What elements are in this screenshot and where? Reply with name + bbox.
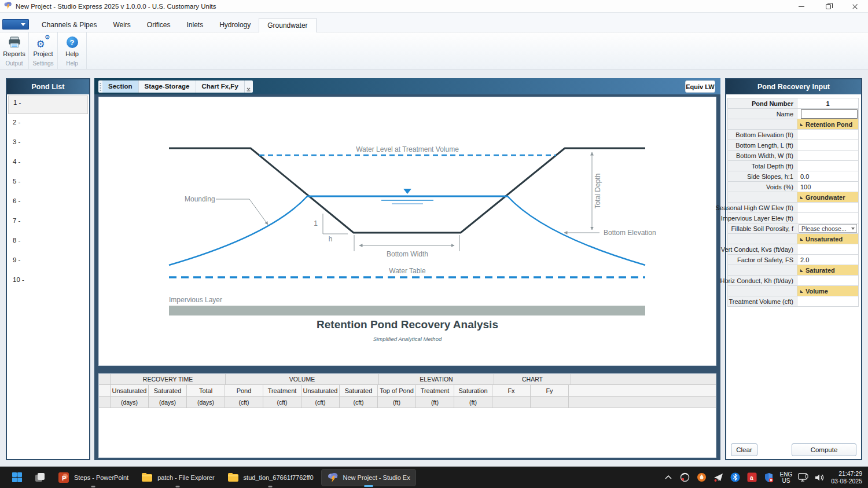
taskbar-app-studio-express[interactable]: New Project - Studio Ex <box>321 469 416 486</box>
tab-orifices[interactable]: Orifices <box>139 18 179 32</box>
pond-list-item[interactable]: 9 - <box>7 253 89 273</box>
horiz-conduct-field[interactable] <box>797 276 859 285</box>
category-unsaturated[interactable]: Unsaturated <box>797 234 859 244</box>
clear-button[interactable]: Clear <box>731 443 757 456</box>
tab-weirs[interactable]: Weirs <box>105 18 138 32</box>
file-menu-button[interactable] <box>2 19 29 30</box>
category-retention-pond[interactable]: Retention Pond <box>797 119 859 129</box>
folder-icon <box>227 472 239 482</box>
field-label: Total Depth (ft) <box>728 161 797 171</box>
section-spacer <box>728 119 797 129</box>
tab-inlets[interactable]: Inlets <box>179 18 212 32</box>
field-label: Side Slopes, h:1 <box>728 171 797 181</box>
col-header: Unsaturated <box>111 385 149 396</box>
treatment-volume-field[interactable] <box>797 296 859 306</box>
tab-hydrology[interactable]: Hydrology <box>211 18 259 32</box>
project-button[interactable]: ⚙⚙ Project <box>29 32 57 59</box>
compute-button[interactable]: Compute <box>792 443 856 456</box>
bottom-width-field[interactable] <box>797 151 859 160</box>
name-input[interactable] <box>801 109 858 119</box>
app-label: New Project - Studio Ex <box>343 474 410 481</box>
app-storm-icon <box>3 1 12 12</box>
voids-field[interactable]: 100 <box>797 182 859 192</box>
running-indicator-active <box>364 485 373 487</box>
pond-list-item[interactable]: 7 - <box>7 214 89 233</box>
category-volume[interactable]: Volume <box>797 286 859 296</box>
pond-list-item[interactable]: 1 - <box>8 96 88 114</box>
side-slopes-field[interactable]: 0.0 <box>797 171 859 181</box>
unit-cell: (cft) <box>301 397 340 408</box>
tray-red-app-icon[interactable]: a <box>746 471 758 485</box>
taskbar-app-stud-folder[interactable]: stud_tion_67661f7762ff0 <box>222 469 319 486</box>
vert-conduct-field[interactable] <box>797 244 859 254</box>
field-label: Bottom Elevation (ft) <box>728 130 797 140</box>
help-button[interactable]: ? Help <box>58 32 86 59</box>
tab-groundwater[interactable]: Groundwater <box>259 18 316 32</box>
tray-telegram-icon[interactable] <box>713 471 724 485</box>
tray-bluetooth-icon[interactable] <box>730 471 741 485</box>
field-label: Bottom Length, L (ft) <box>728 140 797 150</box>
input-row-bottom-length: Bottom Length, L (ft) <box>728 140 859 151</box>
input-grid: Pond Number 1 Name Retention Pond Bottom… <box>727 98 859 307</box>
input-panel-buttons: Clear Compute <box>726 443 861 456</box>
tab-section[interactable]: Section <box>102 80 139 93</box>
pond-list-item[interactable]: 2 - <box>7 115 89 135</box>
chevron-down-icon <box>851 228 855 230</box>
input-row-pond-number: Pond Number 1 <box>728 98 859 109</box>
seasonal-gw-field[interactable] <box>797 203 859 212</box>
diagram-title: Retention Pond Recovery Analysis <box>317 318 498 331</box>
tray-overflow-button[interactable] <box>663 471 674 485</box>
clock[interactable]: 21:47:29 03-08-2025 <box>831 470 862 485</box>
speaker-icon[interactable] <box>814 471 826 485</box>
bottom-length-field[interactable] <box>797 140 859 150</box>
pond-list-item[interactable]: 4 - <box>7 155 89 174</box>
tray-recorder-icon[interactable] <box>679 471 691 485</box>
category-collapse-icon <box>800 269 803 272</box>
slope-run-label: h <box>329 235 333 243</box>
row-selector-cell <box>99 397 111 408</box>
category-groundwater[interactable]: Groundwater <box>797 192 859 202</box>
category-saturated[interactable]: Saturated <box>797 265 859 275</box>
water-surface-marker-icon <box>403 189 411 194</box>
field-label: Factor of Safety, FS <box>728 255 797 265</box>
col-header: Saturation <box>454 385 492 396</box>
windows-logo-icon <box>12 472 22 482</box>
restore-button[interactable] <box>815 0 841 13</box>
close-button[interactable] <box>841 0 868 13</box>
total-depth-field[interactable] <box>797 161 859 171</box>
minimize-button[interactable] <box>788 0 815 13</box>
pond-list-item[interactable]: 6 - <box>7 194 89 214</box>
tabstrip-overflow-button[interactable] <box>245 80 253 93</box>
start-button[interactable] <box>7 469 27 486</box>
reports-button[interactable]: Reports <box>0 32 28 59</box>
tab-channels-pipes[interactable]: Channels & Pipes <box>34 18 105 32</box>
taskbar-app-powerpoint[interactable]: P Steps - PowerPoint <box>53 469 134 486</box>
col-header: Fx <box>492 385 531 396</box>
bottom-elevation-field[interactable] <box>797 130 859 140</box>
pond-list-item[interactable]: 3 - <box>7 135 89 155</box>
pond-list-item[interactable]: 10 - <box>7 273 89 292</box>
taskbar-app-file-explorer[interactable]: patch - File Explorer <box>136 469 219 486</box>
running-indicator <box>91 486 95 487</box>
tray-shield-icon[interactable] <box>763 471 775 485</box>
tab-stage-storage[interactable]: Stage-Storage <box>139 80 196 93</box>
tray-flame-icon[interactable] <box>696 471 708 485</box>
water-table-label: Water Table <box>389 267 426 275</box>
task-view-button[interactable] <box>30 469 50 486</box>
grip-handle-icon[interactable] <box>100 82 101 91</box>
pond-list-title: Pond List <box>7 79 89 94</box>
pond-list-item[interactable]: 8 - <box>7 233 89 253</box>
tab-chart-fxfy[interactable]: Chart Fx,Fy <box>196 80 245 93</box>
language-indicator[interactable]: ENG US <box>780 471 793 484</box>
porosity-select[interactable]: Please choose... <box>799 224 857 233</box>
factor-safety-field[interactable]: 2.0 <box>797 255 859 265</box>
pond-list-item[interactable]: 5 - <box>7 174 89 194</box>
equiv-lw-button[interactable]: Equiv LW <box>685 80 715 93</box>
units-filler <box>569 397 716 408</box>
slope-rise-label: 1 <box>314 219 318 228</box>
section-row-groundwater: Groundwater <box>728 192 859 203</box>
network-icon[interactable] <box>797 471 809 485</box>
impervious-elev-field[interactable] <box>797 213 859 223</box>
results-header-row: Unsaturated Saturated Total Pond Treatme… <box>99 385 716 397</box>
help-label: Help <box>65 50 79 57</box>
